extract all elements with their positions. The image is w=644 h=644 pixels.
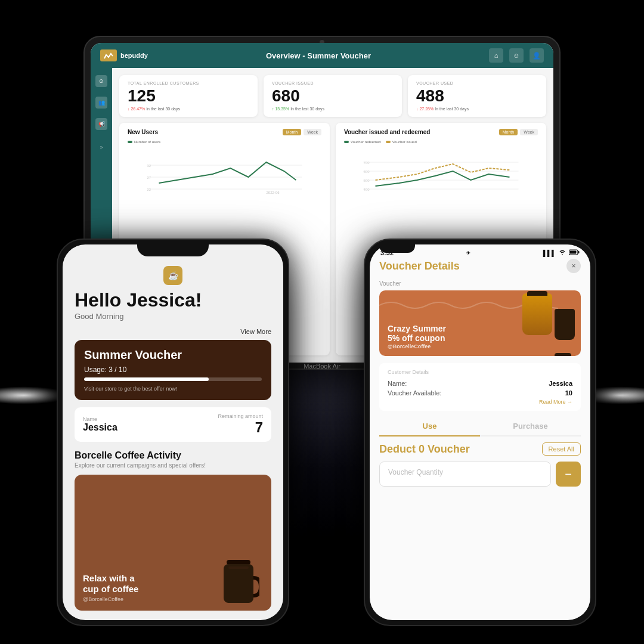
chart-legend-users: Number of users: [128, 140, 321, 144]
phone-right-screen: 3:32 ✈ ▌▌▌ Voucher Details × Voucher: [370, 244, 590, 620]
minus-button[interactable]: −: [556, 462, 581, 487]
phone-right-device: 3:32 ✈ ▌▌▌ Voucher Details × Voucher: [364, 239, 596, 626]
legend-issued: Voucher issued: [386, 140, 417, 144]
deduct-title: Deduct 0 Voucher: [379, 443, 470, 456]
pl-amount-col: Remaining amount 7: [218, 413, 263, 436]
view-more-link[interactable]: View More: [75, 328, 271, 335]
stat-period-used: In the last 30 days: [435, 107, 469, 111]
phone-right-notch: [379, 240, 415, 253]
header-icons: ⌂ ☺ 👤: [489, 48, 544, 63]
voucher-available-label: Voucher Available:: [388, 389, 441, 397]
chart-header-users: New Users Month Week: [128, 129, 321, 135]
name-label: Name: [83, 416, 117, 422]
stat-period: In the last 30 days: [146, 107, 180, 111]
chart-title-voucher: Voucher issued and redeemed: [344, 129, 430, 135]
chart-tabs-users: Month Week: [283, 129, 321, 135]
svg-rect-17: [228, 566, 249, 569]
summer-voucher-card[interactable]: Summer Voucher Usage: 3 / 10 Visit our s…: [75, 340, 271, 400]
svg-rect-15: [227, 560, 250, 565]
svg-text:700: 700: [364, 161, 370, 165]
stat-card-used: VOUCHER USED 488 ↓ 27.28% In the last 30…: [408, 75, 546, 117]
voucher-available-value: 10: [565, 389, 572, 397]
name-value: Jessica: [83, 422, 117, 433]
svg-rect-16: [224, 564, 253, 603]
quantity-row: Voucher Quantity −: [379, 462, 581, 487]
wifi-icon: [558, 249, 566, 256]
status-icons: ▌▌▌: [543, 249, 580, 256]
pl-name-col: Name Jessica: [83, 416, 117, 433]
close-button[interactable]: ×: [566, 259, 581, 273]
macbook-label: MacBook Air: [304, 363, 340, 370]
customer-voucher-row: Voucher Available: 10: [388, 389, 572, 397]
stat-label-issued: VOUCHER ISSUED: [272, 81, 394, 85]
chart-tab-week-v[interactable]: Week: [520, 129, 538, 135]
svg-text:600: 600: [364, 170, 370, 174]
sv-progress-bar: [84, 377, 262, 381]
home-icon[interactable]: ⌂: [489, 48, 503, 63]
profile-icon[interactable]: 👤: [530, 48, 544, 63]
chart-line-issued: [376, 164, 510, 180]
customer-label: Customer Details: [388, 369, 572, 375]
sidebar-expand[interactable]: »: [100, 144, 103, 150]
svg-rect-19: [578, 251, 579, 253]
coffee-card[interactable]: Relax with acup of coffee @BorcelleCoffe…: [75, 475, 271, 611]
pl-info-row: Name Jessica Remaining amount 7: [75, 407, 271, 442]
legend-color-issued: [386, 141, 391, 143]
pl-logo-row: ☕: [75, 266, 271, 285]
location-icon: ✈: [466, 250, 470, 256]
chart-tab-month-v[interactable]: Month: [499, 129, 518, 135]
message-icon[interactable]: ☺: [509, 48, 524, 63]
stats-row: TOTAL ENROLLED CUSTOMERS 125 ↓ 26.47% In…: [119, 75, 546, 117]
legend-users: Number of users: [128, 140, 160, 144]
cup-small-1: [555, 309, 575, 340]
cup-lid: [527, 291, 547, 296]
chart-legend-voucher: Voucher redeemed Voucher issued: [344, 140, 538, 144]
svg-text:22: 22: [147, 188, 151, 191]
phone-left-device: ☕ Hello Jessica! Good Morning View More …: [57, 239, 289, 626]
chart-header-voucher: Voucher issued and redeemed Month Week: [344, 129, 538, 135]
chart-tab-month[interactable]: Month: [283, 129, 301, 135]
svg-text:27: 27: [147, 176, 151, 179]
reset-all-button[interactable]: Reset All: [542, 442, 581, 456]
logo-icon: [100, 49, 117, 61]
tab-purchase[interactable]: Purchase: [480, 417, 581, 435]
phone-left-content: ☕ Hello Jessica! Good Morning View More …: [63, 244, 283, 620]
legend-color-redeemed: [344, 141, 349, 143]
stat-value-customers: 125: [128, 88, 249, 104]
chart-svg-voucher: 400 500 600 700: [344, 147, 538, 195]
chart-line-redeemed: [376, 171, 510, 186]
deduct-section: Deduct 0 Voucher Reset All: [379, 442, 581, 456]
tab-use[interactable]: Use: [379, 417, 480, 435]
stat-label-customers: TOTAL ENROLLED CUSTOMERS: [128, 81, 249, 85]
banner-cups: [522, 293, 575, 356]
svg-text:32: 32: [147, 164, 151, 168]
sidebar-icon-campaign[interactable]: 📢: [95, 118, 107, 130]
read-more-link[interactable]: Read More →: [388, 399, 572, 405]
stat-label-used: VOUCHER USED: [416, 81, 538, 85]
svg-rect-20: [569, 251, 576, 254]
stat-change-issued: ↑ 15.35% In the last 30 days: [272, 107, 394, 111]
stat-value-issued: 680: [272, 88, 394, 104]
sidebar-icon-home[interactable]: ⊙: [95, 75, 107, 87]
legend-color-users: [128, 141, 132, 143]
stat-change-used: ↓ 27.28% In the last 30 days: [416, 107, 538, 111]
stat-value-used: 488: [416, 88, 538, 104]
logo-text: bepuddy: [120, 52, 148, 59]
coffee-card-tag: @BorcelleCoffee: [83, 596, 138, 602]
chart-title-users: New Users: [128, 129, 158, 135]
voucher-quantity-input[interactable]: Voucher Quantity: [379, 462, 551, 487]
coffee-card-text: Relax with acup of coffee @BorcelleCoffe…: [83, 573, 138, 602]
legend-redeemed: Voucher redeemed: [344, 140, 381, 144]
sv-progress-fill: [84, 377, 209, 381]
subgreeting-text: Good Morning: [75, 312, 271, 321]
chart-tabs-voucher: Month Week: [499, 129, 538, 135]
svg-text:500: 500: [364, 179, 370, 182]
coffee-card-title: Relax with acup of coffee: [83, 573, 138, 595]
sidebar-icon-users[interactable]: 👥: [95, 97, 107, 109]
stat-card-issued: VOUCHER ISSUED 680 ↑ 15.35% In the last …: [264, 75, 402, 117]
cup-small-2: [555, 353, 571, 356]
voucher-banner: Crazy Summer 5% off coupon @BorcelleCoff…: [379, 290, 581, 356]
dashboard-header: bepuddy Overview - Summer Voucher ⌂ ☺ 👤: [91, 43, 553, 68]
sv-usage: Usage: 3 / 10: [84, 366, 262, 374]
chart-tab-week[interactable]: Week: [304, 129, 321, 135]
